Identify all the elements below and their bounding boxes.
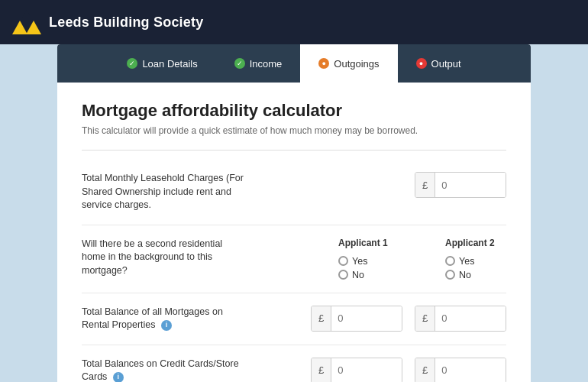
tab-outgoings-label: Outgoings xyxy=(334,58,379,70)
tab-income-label: Income xyxy=(250,58,283,70)
tab-loan-details-label: Loan Details xyxy=(142,58,197,70)
tab-income[interactable]: ✓ Income xyxy=(216,44,301,83)
tab-output[interactable]: ● Output xyxy=(398,44,480,83)
applicant1-no-label: No xyxy=(352,270,364,280)
leasehold-input[interactable] xyxy=(435,173,506,197)
leasehold-prefix: £ xyxy=(415,173,435,197)
logo-text: Leeds Building Society xyxy=(49,15,203,31)
credit-cards-inputs: £ £ xyxy=(311,358,506,383)
leasehold-row: Total Monthly Leasehold Charges (For Sha… xyxy=(82,160,506,225)
credit-cards-input1-group: £ xyxy=(311,358,402,383)
logo-container: Leeds Building Society xyxy=(12,10,203,34)
rental-mortgages-row: Total Balance of all Mortgages on Rental… xyxy=(82,293,506,345)
main-content: ✓ Loan Details ✓ Income ● Outgoings ● Ou… xyxy=(0,44,588,382)
credit-cards-label: Total Balances on Credit Cards/Store Car… xyxy=(82,358,257,383)
applicants-section: Applicant 1 Applicant 2 Yes Yes xyxy=(338,238,506,280)
credit-cards-input1[interactable] xyxy=(331,358,402,383)
tab-outgoings[interactable]: ● Outgoings xyxy=(300,44,397,83)
top-divider xyxy=(82,150,506,151)
applicant1-yes-label: Yes xyxy=(352,256,367,267)
applicant2-yes-label: Yes xyxy=(459,256,474,267)
credit-cards-input2[interactable] xyxy=(435,358,506,383)
applicant2-no-radio[interactable] xyxy=(445,270,455,280)
output-dot: ● xyxy=(416,58,427,69)
progress-tabs: ✓ Loan Details ✓ Income ● Outgoings ● Ou… xyxy=(57,44,531,83)
loan-details-dot: ✓ xyxy=(127,58,137,69)
rental-mortgages-input1[interactable] xyxy=(331,306,402,331)
logo-icon xyxy=(12,10,41,34)
applicant2-yes[interactable]: Yes xyxy=(445,256,506,267)
rental-mortgages-input2[interactable] xyxy=(435,306,506,331)
applicant1-no[interactable]: No xyxy=(338,270,399,280)
rental-mortgages-input1-group: £ xyxy=(311,306,402,332)
credit-cards-info-icon[interactable]: i xyxy=(113,372,124,382)
header: Leeds Building Society xyxy=(0,0,588,44)
leasehold-input-group: £ xyxy=(415,172,506,198)
calculator-subtitle: This calculator will provide a quick est… xyxy=(82,125,506,136)
applicant1-yes[interactable]: Yes xyxy=(338,256,399,267)
applicant1-yes-radio[interactable] xyxy=(338,256,348,266)
applicants-headers: Applicant 1 Applicant 2 xyxy=(338,238,506,248)
income-dot: ✓ xyxy=(234,58,245,69)
tab-output-label: Output xyxy=(431,58,461,70)
rental-mortgages-input2-group: £ xyxy=(415,306,506,332)
outgoings-dot: ● xyxy=(318,58,329,69)
rental-mortgages-prefix2: £ xyxy=(415,306,435,331)
applicant2-no[interactable]: No xyxy=(445,270,506,280)
calculator-title: Mortgage affordability calculator xyxy=(82,101,506,121)
second-home-row: Will there be a second residential home … xyxy=(82,225,506,293)
rental-mortgages-prefix1: £ xyxy=(312,306,331,331)
rental-mortgages-label: Total Balance of all Mortgages on Rental… xyxy=(82,306,257,332)
applicant1-no-radio[interactable] xyxy=(338,270,348,280)
card-body: Mortgage affordability calculator This c… xyxy=(57,83,531,382)
second-home-label: Will there be a second residential home … xyxy=(82,238,257,278)
credit-cards-input2-group: £ xyxy=(415,358,506,383)
credit-cards-prefix2: £ xyxy=(415,358,435,383)
leasehold-label: Total Monthly Leasehold Charges (For Sha… xyxy=(82,172,257,212)
radio-yes-row: Yes Yes xyxy=(338,256,506,267)
calculator-card: ✓ Loan Details ✓ Income ● Outgoings ● Ou… xyxy=(57,44,531,382)
applicant2-header: Applicant 2 xyxy=(445,238,506,248)
radio-no-row: No No xyxy=(338,270,506,280)
applicant1-header: Applicant 1 xyxy=(338,238,399,248)
rental-mortgages-info-icon[interactable]: i xyxy=(161,320,172,331)
applicant2-no-label: No xyxy=(459,270,471,280)
applicant2-yes-radio[interactable] xyxy=(445,256,455,266)
credit-cards-prefix1: £ xyxy=(312,358,331,383)
rental-mortgages-inputs: £ £ xyxy=(311,306,506,332)
tab-loan-details[interactable]: ✓ Loan Details xyxy=(108,44,215,83)
credit-cards-row: Total Balances on Credit Cards/Store Car… xyxy=(82,345,506,383)
